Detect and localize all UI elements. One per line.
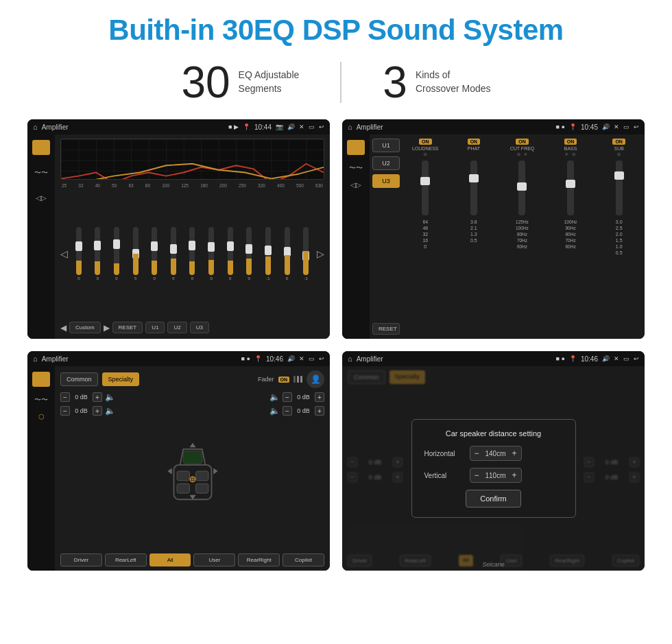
eq-slider-10: -1 [260,227,276,281]
fr-minus-btn[interactable]: − [283,392,292,402]
vertical-control[interactable]: − 110cm + [470,468,522,483]
eq-thumb-6[interactable] [189,241,195,250]
screen4-close-icon[interactable]: ✕ [614,355,619,362]
rearleft-btn[interactable]: RearLeft [105,553,147,567]
u1-btn[interactable]: U1 [145,322,165,333]
preset-u3-active[interactable]: U3 [372,174,400,188]
sub-slider[interactable] [614,171,624,180]
screen3-eq-icon[interactable] [32,372,50,387]
common-btn[interactable]: Common [60,372,98,386]
svg-rect-6 [195,484,208,493]
eq-thumb-10[interactable] [265,246,272,255]
screen1-volume-icon[interactable]: 🔊 [287,123,295,130]
eq-thumb-5[interactable] [170,244,177,254]
screen3-close-icon[interactable]: ✕ [299,355,304,362]
fader-slider[interactable] [293,376,302,383]
u3-btn[interactable]: U3 [190,322,209,333]
eq-scroll-right[interactable]: ▷ [317,248,324,259]
freq-25: 25 [62,183,67,188]
screen1-back-icon[interactable]: ↩ [319,123,324,130]
fl-plus-btn[interactable]: + [93,392,102,402]
screen-distance: ⌂ Amplifier ■ ● 📍 10:46 🔊 ✕ ▭ ↩ Common S… [342,351,645,571]
vertical-minus[interactable]: − [475,470,479,480]
eq-thumb-2[interactable] [113,239,120,249]
eq-icon[interactable] [32,140,50,155]
s3-bottom-btns: Driver RearLeft All User RearRight Copil… [60,553,324,567]
bass-slider[interactable] [566,180,575,188]
screen4-content: Common Specialty − 0 dB + − [342,366,645,571]
screens-grid: ⌂ Amplifier ■ ▶ 📍 10:44 📷 🔊 ✕ ▭ ↩ 〜〜 ◁▷ [27,119,645,571]
screen4-topbar: ⌂ Amplifier ■ ● 📍 10:46 🔊 ✕ ▭ ↩ [342,351,645,366]
loudness-slider[interactable] [420,177,430,185]
screen1-close-icon[interactable]: ✕ [299,123,304,130]
preset-u1[interactable]: U1 [372,139,400,152]
copilot-btn[interactable]: Copilot [283,553,324,567]
user-btn[interactable]: User [193,553,235,567]
rl-minus-btn[interactable]: − [60,406,70,416]
channel-phat: ON PHAT G 3.8 2.1 1.3 0.5 [451,139,497,335]
u2-btn[interactable]: U2 [167,322,187,333]
rr-speaker-icon: 🔈 [269,406,280,416]
rl-plus-btn[interactable]: + [93,406,102,416]
eq-thumb-7[interactable] [208,242,215,252]
screen4-title: Amplifier [357,355,552,363]
eq-thumb-9[interactable] [245,244,252,254]
eq-thumb-4[interactable] [151,241,158,251]
cutfreq-slider[interactable] [517,182,527,191]
rearright-btn[interactable]: RearRight [238,553,280,567]
screen2-reset-btn[interactable]: RESET [372,323,400,335]
play-back-icon[interactable]: ◀ [60,323,67,333]
rr-plus-btn[interactable]: + [315,406,324,416]
rr-minus-btn[interactable]: − [283,406,292,416]
specialty-btn[interactable]: Specialty [102,372,140,386]
screen2-volume-icon[interactable]: 🔊 [602,123,610,130]
eq-thumb-1[interactable] [94,241,101,250]
driver-btn[interactable]: Driver [60,553,102,567]
screen4-back-icon[interactable]: ↩ [634,355,639,362]
fr-db-value: 0 dB [295,394,312,401]
cutfreq-on[interactable]: ON [516,139,529,145]
confirm-button[interactable]: Confirm [466,490,521,508]
play-forward-icon[interactable]: ▶ [104,323,110,333]
screen3-home-icon[interactable]: ⌂ [33,355,38,363]
screen2-wave-icon[interactable]: 〜〜 [349,163,363,173]
screen4-home-icon[interactable]: ⌂ [348,355,352,363]
reset-btn[interactable]: RESET [112,322,143,333]
eq-thumb-0[interactable] [75,241,82,251]
phat-slider[interactable] [469,174,479,182]
fr-speaker-icon: 🔈 [269,392,280,402]
screen4-volume-icon[interactable]: 🔊 [602,355,610,362]
screen2-close-icon[interactable]: ✕ [614,123,619,130]
horizontal-plus[interactable]: + [512,449,517,458]
wave-icon[interactable]: 〜〜 [33,166,49,180]
horizontal-minus[interactable]: − [475,449,479,458]
fl-minus-btn[interactable]: − [60,392,70,402]
screen3-back-icon[interactable]: ↩ [319,355,324,362]
eq-slider-8: 0 [222,227,239,281]
loudness-on[interactable]: ON [419,139,432,145]
screen2-vol-icon[interactable]: ◁▷ [350,181,361,189]
screen2-back-icon[interactable]: ↩ [634,123,639,130]
sub-on[interactable]: ON [612,139,625,145]
screen3-wave-icon[interactable]: 〜〜 [34,395,48,405]
s3-right-controls: 🔈 − 0 dB + 🔈 − 0 dB + [269,392,324,549]
fr-plus-btn[interactable]: + [315,392,324,402]
preset-u2[interactable]: U2 [372,156,400,170]
screen3-volume-icon[interactable]: 🔊 [287,355,295,362]
horizontal-control[interactable]: − 140cm + [470,446,522,461]
screen3-bt-icon[interactable]: ⬡ [38,413,45,420]
screen2-home-icon[interactable]: ⌂ [348,123,352,131]
eq-thumb-8[interactable] [227,241,234,251]
eq-scroll-left[interactable]: ◁ [60,248,68,259]
vertical-plus[interactable]: + [512,470,517,480]
screen2-eq-icon[interactable] [347,140,365,155]
phat-on[interactable]: ON [468,139,481,145]
bass-on[interactable]: ON [564,139,577,145]
screen1-home-icon[interactable]: ⌂ [33,123,38,131]
all-btn[interactable]: All [149,553,191,567]
fader-on-badge[interactable]: ON [278,377,290,383]
freq-32: 32 [78,183,83,188]
profile-icon[interactable]: 👤 [307,370,324,388]
vol-icon[interactable]: ◁▷ [33,191,49,204]
screen2-window-icon: ▭ [623,123,629,130]
